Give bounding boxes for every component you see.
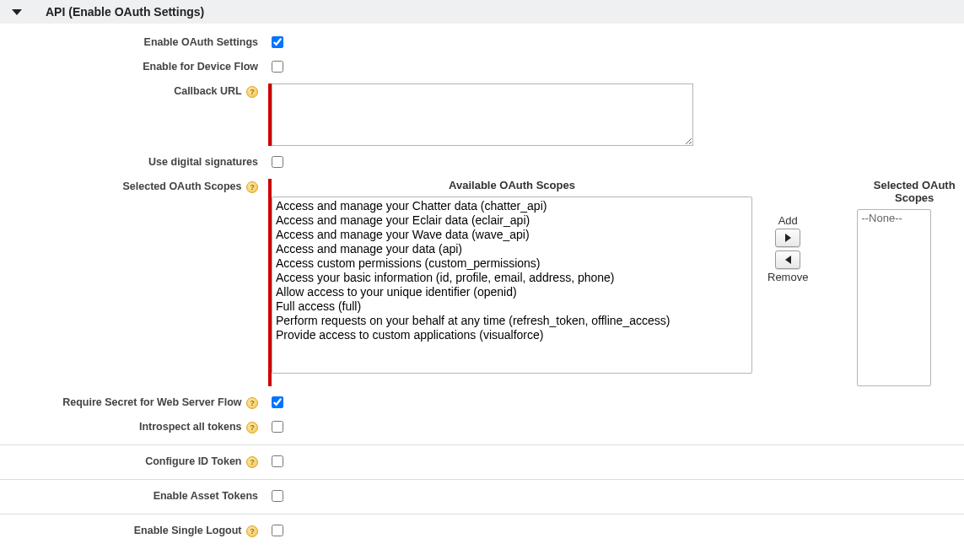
row-configure-id-token: Configure ID Token (0, 444, 964, 474)
help-icon[interactable] (246, 397, 258, 409)
row-require-secret: Require Secret for Web Server Flow (0, 390, 964, 415)
checkbox-introspect[interactable] (272, 421, 283, 433)
option-available-scope[interactable]: Access and manage your Wave data (wave_a… (274, 228, 750, 242)
option-available-scope[interactable]: Access custom permissions (custom_permis… (274, 256, 750, 271)
checkbox-require-secret[interactable] (272, 396, 283, 408)
label-enable-asset: Enable Asset Tokens (0, 488, 261, 502)
option-available-scope[interactable]: Access and manage your data (api) (274, 242, 750, 256)
help-icon[interactable] (246, 456, 258, 468)
label-enable-oauth: Enable OAuth Settings (0, 35, 261, 48)
button-remove-scope[interactable] (775, 250, 800, 269)
checkbox-enable-device-flow[interactable] (272, 61, 283, 73)
section-title: API (Enable OAuth Settings) (46, 5, 204, 19)
row-enable-device-flow: Enable for Device Flow (0, 55, 964, 79)
checkbox-digital-signatures[interactable] (272, 156, 283, 168)
listbox-available-scopes[interactable]: Access and manage your Chatter data (cha… (272, 197, 752, 374)
button-add-scope[interactable] (775, 229, 800, 247)
checkbox-configure-id[interactable] (272, 455, 283, 467)
label-configure-id: Configure ID Token (145, 455, 241, 467)
option-available-scope[interactable]: Access and manage your Chatter data (cha… (274, 199, 750, 213)
section-header[interactable]: API (Enable OAuth Settings) (0, 0, 964, 24)
row-callback-url: Callback URL (0, 79, 964, 150)
textarea-callback-url[interactable] (272, 83, 693, 146)
row-selected-oauth-scopes: Selected OAuth Scopes Available OAuth Sc… (0, 175, 964, 390)
label-add: Add (778, 214, 798, 227)
row-introspect: Introspect all tokens (0, 415, 964, 439)
help-icon[interactable] (246, 422, 258, 433)
listbox-selected-scopes[interactable]: --None-- (857, 209, 931, 386)
option-available-scope[interactable]: Access and manage your Eclair data (ecla… (274, 213, 750, 228)
help-icon[interactable] (246, 86, 258, 98)
label-require-secret: Require Secret for Web Server Flow (62, 396, 241, 408)
row-enable-oauth: Enable OAuth Settings (0, 30, 964, 55)
option-available-scope[interactable]: Access your basic information (id, profi… (274, 271, 750, 285)
label-digital-signatures: Use digital signatures (0, 154, 261, 168)
label-introspect: Introspect all tokens (139, 421, 242, 433)
help-icon[interactable] (246, 181, 258, 193)
heading-selected-scopes: Selected OAuth Scopes (857, 179, 964, 204)
option-available-scope[interactable]: Perform requests on your behalf at any t… (274, 314, 750, 328)
label-enable-slo: Enable Single Logout (134, 525, 242, 536)
arrow-left-icon (785, 256, 791, 264)
arrow-right-icon (785, 234, 791, 242)
option-available-scope[interactable]: Provide access to custom applications (v… (274, 328, 750, 342)
label-selected-scopes: Selected OAuth Scopes (123, 180, 242, 192)
row-enable-asset-tokens: Enable Asset Tokens (0, 479, 964, 509)
label-remove: Remove (767, 271, 808, 283)
option-available-scope[interactable]: Full access (full) (274, 299, 750, 314)
label-enable-device-flow: Enable for Device Flow (0, 59, 261, 73)
option-none[interactable]: --None-- (859, 212, 929, 225)
heading-available-scopes: Available OAuth Scopes (272, 179, 752, 191)
row-digital-signatures: Use digital signatures (0, 150, 964, 175)
checkbox-enable-oauth[interactable] (272, 36, 283, 48)
help-icon[interactable] (246, 525, 258, 537)
row-enable-slo: Enable Single Logout (0, 514, 964, 543)
option-available-scope[interactable]: Allow access to your unique identifier (… (274, 285, 750, 299)
collapse-triangle-icon[interactable] (12, 9, 22, 15)
checkbox-enable-slo[interactable] (272, 525, 283, 536)
checkbox-enable-asset[interactable] (272, 490, 283, 502)
label-callback-url: Callback URL (174, 85, 241, 97)
